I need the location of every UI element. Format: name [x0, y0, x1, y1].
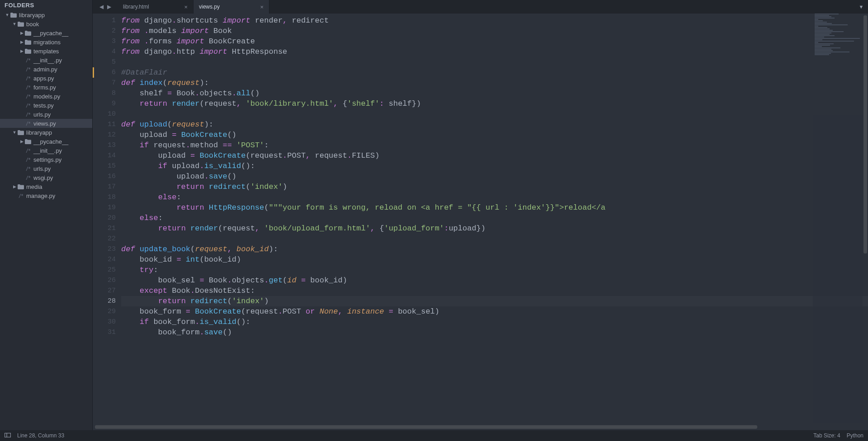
code-line[interactable]: if upload.is_valid():: [121, 161, 868, 171]
code-line[interactable]: if request.method == 'POST':: [121, 140, 868, 150]
folder-item[interactable]: ▶migrations: [0, 38, 92, 47]
file-item[interactable]: /*wsgi.py: [0, 173, 92, 182]
nav-forward-icon[interactable]: ▶: [107, 4, 111, 10]
folder-icon: [17, 183, 24, 190]
code-area[interactable]: 1234567891011121314151617181920212223242…: [93, 14, 868, 430]
tree-item-label: __init__.py: [33, 57, 62, 64]
tree-item-label: migrations: [33, 39, 61, 46]
modified-marker: [93, 67, 94, 78]
file-icon: /*: [24, 165, 32, 172]
tree-item-label: __pycache__: [33, 30, 68, 37]
code-line[interactable]: return redirect('index'): [121, 182, 868, 192]
code-line[interactable]: if book_form.is_valid():: [121, 317, 868, 327]
code-line[interactable]: else:: [121, 213, 868, 223]
file-item[interactable]: /*tests.py: [0, 101, 92, 110]
disclosure-icon: ▶: [19, 40, 24, 44]
code-line[interactable]: return redirect('index'): [121, 296, 868, 306]
file-item[interactable]: /*models.py: [0, 92, 92, 101]
folder-icon: [24, 30, 32, 36]
file-icon: /*: [24, 102, 32, 108]
folder-item[interactable]: ▶media: [0, 182, 92, 191]
code-line[interactable]: try:: [121, 265, 868, 275]
status-tab-size[interactable]: Tab Size: 4: [813, 432, 840, 439]
code-line[interactable]: return render(request, 'book/upload_form…: [121, 223, 868, 234]
code-line[interactable]: upload.save(): [121, 171, 868, 182]
folder-item[interactable]: ▼libraryapp: [0, 128, 92, 137]
tree-item-label: __init__.py: [33, 147, 62, 154]
tab-history-nav[interactable]: ◀ ▶: [93, 0, 118, 14]
folder-icon: [17, 129, 24, 136]
tab-overflow-icon[interactable]: ▼: [854, 0, 868, 14]
folder-item[interactable]: ▶__pycache__: [0, 28, 92, 38]
horizontal-scrollbar[interactable]: [93, 424, 863, 430]
tab-bar: ◀ ▶ library.html×views.py× ▼: [93, 0, 868, 14]
code-line[interactable]: return render(request, 'book/library.htm…: [121, 99, 868, 109]
tab-label: views.py: [199, 4, 220, 10]
folder-icon: [24, 39, 32, 45]
file-item[interactable]: /*manage.py: [0, 191, 92, 200]
code-line[interactable]: from django.http import HttpResponse: [121, 47, 868, 57]
tree-item-label: manage.py: [26, 192, 55, 199]
folder-item[interactable]: ▶__pycache__: [0, 137, 92, 146]
code-line[interactable]: else:: [121, 192, 868, 202]
close-icon[interactable]: ×: [260, 4, 264, 10]
status-cursor[interactable]: Line 28, Column 33: [17, 432, 64, 439]
file-tab[interactable]: library.html×: [118, 0, 193, 14]
close-icon[interactable]: ×: [184, 4, 188, 10]
file-item[interactable]: /*admin.py: [0, 65, 92, 74]
code-line[interactable]: shelf = Book.objects.all(): [121, 88, 868, 99]
minimap[interactable]: [813, 14, 863, 423]
tree-item-label: wsgi.py: [33, 174, 53, 181]
tree-item-label: media: [26, 183, 42, 190]
file-icon: /*: [24, 111, 32, 117]
disclosure-icon: ▶: [19, 49, 24, 53]
code-line[interactable]: book_id = int(book_id): [121, 254, 868, 265]
file-icon: /*: [24, 174, 32, 181]
code-line[interactable]: upload = BookCreate(): [121, 130, 868, 140]
code-line[interactable]: def update_book(request, book_id):: [121, 244, 868, 254]
file-icon: /*: [17, 192, 24, 199]
disclosure-icon: ▼: [12, 130, 17, 135]
code-line[interactable]: from .forms import BookCreate: [121, 36, 868, 47]
code-content[interactable]: from django.shortcuts import render, red…: [121, 14, 868, 430]
file-item[interactable]: /*urls.py: [0, 164, 92, 173]
file-item[interactable]: /*__init__.py: [0, 56, 92, 65]
code-line[interactable]: from django.shortcuts import render, red…: [121, 15, 868, 26]
code-line[interactable]: from .models import Book: [121, 26, 868, 36]
folder-item[interactable]: ▼book: [0, 19, 92, 28]
nav-back-icon[interactable]: ◀: [99, 4, 104, 10]
code-line[interactable]: [121, 109, 868, 119]
file-item[interactable]: /*apps.py: [0, 74, 92, 83]
tree-item-label: templates: [33, 48, 59, 55]
code-line[interactable]: def upload(request):: [121, 119, 868, 130]
disclosure-icon: ▶: [19, 139, 24, 144]
file-item[interactable]: /*__init__.py: [0, 146, 92, 155]
file-item[interactable]: /*settings.py: [0, 155, 92, 164]
disclosure-icon: ▶: [12, 184, 17, 189]
status-language[interactable]: Python: [847, 432, 863, 439]
code-line[interactable]: def index(request):: [121, 78, 868, 88]
tree-item-label: __pycache__: [33, 138, 68, 145]
folder-item[interactable]: ▼libraryapp: [0, 10, 92, 19]
code-line[interactable]: [121, 234, 868, 244]
code-line[interactable]: book_form = BookCreate(request.POST or N…: [121, 306, 868, 317]
code-line[interactable]: [121, 57, 868, 67]
code-line[interactable]: #DataFlair: [121, 67, 868, 78]
tree-item-label: libraryapp: [26, 129, 52, 136]
file-item[interactable]: /*urls.py: [0, 110, 92, 119]
code-line[interactable]: book_sel = Book.objects.get(id = book_id…: [121, 275, 868, 286]
file-tree: ▼libraryapp▼book▶__pycache__▶migrations▶…: [0, 10, 92, 200]
tree-item-label: tests.py: [33, 102, 54, 109]
file-tab[interactable]: views.py×: [193, 0, 269, 14]
code-line[interactable]: except Book.DoesNotExist:: [121, 286, 868, 296]
code-line[interactable]: upload = BookCreate(request.POST, reques…: [121, 150, 868, 161]
code-line[interactable]: book_form.save(): [121, 327, 868, 338]
folder-item[interactable]: ▶templates: [0, 47, 92, 56]
file-item[interactable]: /*forms.py: [0, 83, 92, 92]
panel-switch-icon[interactable]: [5, 432, 11, 439]
folder-icon: [10, 12, 17, 18]
file-item[interactable]: /*views.py: [0, 119, 92, 128]
vertical-scrollbar[interactable]: [863, 14, 868, 424]
code-line[interactable]: return HttpResponse("""your form is wron…: [121, 202, 868, 213]
sidebar-header: FOLDERS: [0, 0, 92, 10]
